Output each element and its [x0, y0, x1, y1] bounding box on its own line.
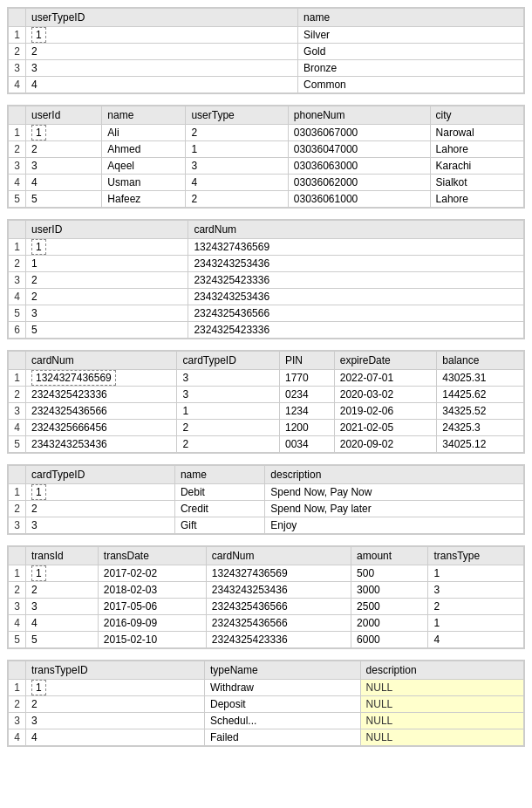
cell-name: Common — [298, 77, 524, 93]
table-row: 3 2324325436566 1 1234 2019-02-06 34325.… — [9, 403, 524, 420]
table-row: 2 2 Ahmed 1 03036047000 Lahore — [9, 141, 524, 158]
cell-userid: 1 — [26, 239, 188, 256]
col-expiredate: expireDate — [334, 352, 437, 370]
row-number: 4 — [9, 615, 26, 632]
row-number: 1 — [9, 125, 26, 141]
cell-cardtypeid: 3 — [177, 387, 280, 403]
col-userid: userID — [26, 221, 188, 239]
cell-amount: 500 — [351, 565, 428, 582]
col-amount: amount — [351, 547, 428, 565]
row-number: 1 — [9, 370, 26, 387]
cell-name: Usman — [102, 175, 186, 191]
cell-cardnum: 2343243253436 — [188, 289, 524, 305]
transaction-table: transId transDate cardNum amount transTy… — [7, 545, 525, 649]
cell-cardtypeid: 2 — [177, 436, 280, 453]
row-number: 2 — [9, 582, 26, 599]
cell-phonenum: 03036047000 — [288, 141, 430, 158]
col-cardnum: cardNum — [206, 547, 351, 565]
row-number: 5 — [9, 436, 26, 453]
cell-cardtypeid: 1 — [26, 484, 175, 501]
cell-amount: 2000 — [351, 615, 428, 632]
cell-cardnum: 1324327436569 — [206, 565, 351, 582]
cell-name: Gold — [298, 44, 524, 60]
cell-usertypeid: 4 — [26, 77, 298, 93]
cell-usertype: 2 — [186, 125, 288, 141]
cell-usertype: 2 — [186, 191, 288, 208]
table-row: 2 1 2343243253436 — [9, 256, 524, 272]
cell-transid: 3 — [26, 599, 99, 615]
cell-transid: 2 — [26, 582, 99, 599]
cell-description: NULL — [360, 696, 523, 713]
cell-userid: 2 — [26, 272, 188, 289]
cell-transdate: 2015-02-10 — [98, 632, 206, 648]
cell-cardnum: 2324325436566 — [206, 615, 351, 632]
cell-transtype: 2 — [428, 599, 524, 615]
row-number: 2 — [9, 501, 26, 517]
cell-amount: 3000 — [351, 582, 428, 599]
row-number: 3 — [9, 713, 26, 729]
cell-userid: 2 — [26, 289, 188, 305]
table-row: 1 1 Debit Spend Now, Pay Now — [9, 484, 524, 501]
row-number: 1 — [9, 484, 26, 501]
cell-transtype: 1 — [428, 565, 524, 582]
cell-cardnum: 2324325423336 — [188, 272, 524, 289]
col-name: name — [102, 106, 186, 125]
table-row: 4 4 Common — [9, 77, 524, 93]
table-row: 3 3 Bronze — [9, 60, 524, 77]
cell-description: NULL — [360, 680, 523, 696]
cell-cardtypeid: 2 — [26, 501, 175, 517]
table-row: 2 2 Deposit NULL — [9, 696, 524, 713]
col-cardtypeid: cardTypeID — [177, 352, 280, 370]
cell-amount: 6000 — [351, 632, 428, 648]
cell-cardnum: 2343243253436 — [206, 582, 351, 599]
cell-transtypeid: 3 — [26, 713, 205, 729]
row-number: 4 — [9, 289, 26, 305]
cell-cardnum: 2324325423336 — [26, 387, 177, 403]
row-number: 3 — [9, 517, 26, 534]
table-row: 1 1 1324327436569 — [9, 239, 524, 256]
cell-phonenum: 03036062000 — [288, 175, 430, 191]
table-row: 4 4 Usman 4 03036062000 Sialkot — [9, 175, 524, 191]
cell-transid: 4 — [26, 615, 99, 632]
row-number: 4 — [9, 77, 26, 93]
row-number: 4 — [9, 175, 26, 191]
cell-typename: Deposit — [204, 696, 360, 713]
cell-name: Silver — [298, 27, 524, 44]
row-number: 5 — [9, 305, 26, 322]
col-balance: balance — [437, 352, 524, 370]
cell-userid: 4 — [26, 175, 102, 191]
cell-description: Spend Now, Pay Now — [265, 484, 524, 501]
row-number: 3 — [9, 60, 26, 77]
cell-pin: 0234 — [279, 387, 334, 403]
cell-transdate: 2017-02-02 — [98, 565, 206, 582]
cell-userid: 3 — [26, 305, 188, 322]
cell-cardnum: 1324327436569 — [26, 370, 177, 387]
cell-transdate: 2017-05-06 — [98, 599, 206, 615]
cell-transtype: 3 — [428, 582, 524, 599]
cell-balance: 24325.3 — [437, 420, 524, 436]
cell-transid: 5 — [26, 632, 99, 648]
cell-usertypeid: 3 — [26, 60, 298, 77]
row-number: 3 — [9, 272, 26, 289]
cell-transtype: 1 — [428, 615, 524, 632]
cardtype-table: cardTypeID name description 1 1 Debit Sp… — [7, 464, 525, 535]
col-cardnum: cardNum — [188, 221, 524, 239]
transtype-table: transTypeID typeName description 1 1 Wit… — [7, 660, 525, 747]
row-number: 1 — [9, 239, 26, 256]
table-row: 1 1 Silver — [9, 27, 524, 44]
col-typename: typeName — [204, 661, 360, 680]
col-transdate: transDate — [98, 547, 206, 565]
table-row: 3 3 2017-05-06 2324325436566 2500 2 — [9, 599, 524, 615]
cell-phonenum: 03036061000 — [288, 191, 430, 208]
cell-cardtypeid: 3 — [26, 517, 175, 534]
row-number: 3 — [9, 599, 26, 615]
cell-transdate: 2016-09-09 — [98, 615, 206, 632]
header-empty — [9, 547, 26, 565]
cell-balance: 14425.62 — [437, 387, 524, 403]
col-usertypeid: userTypeID — [26, 9, 298, 27]
col-transtype: transType — [428, 547, 524, 565]
header-empty — [9, 106, 26, 125]
row-number: 2 — [9, 44, 26, 60]
cell-balance: 34025.12 — [437, 436, 524, 453]
cell-city: Lahore — [430, 191, 523, 208]
